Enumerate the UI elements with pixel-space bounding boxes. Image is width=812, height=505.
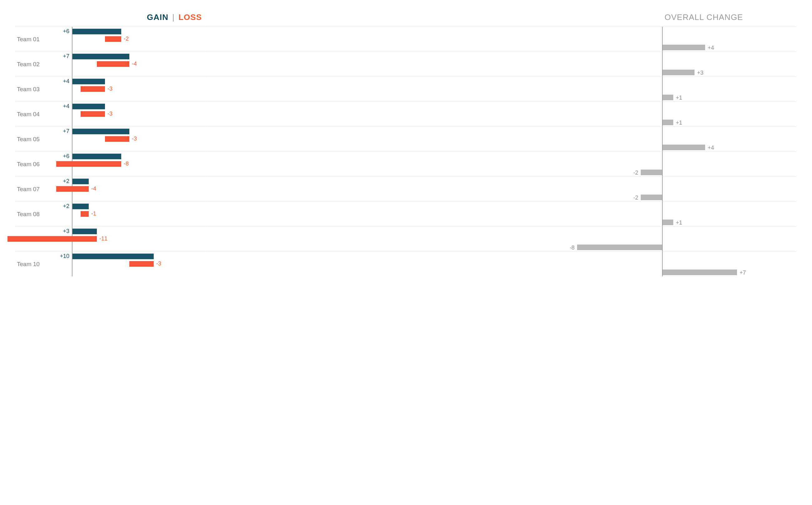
overall-cell: +3 [662,51,796,76]
overall-value: -2 [633,170,638,176]
gain-bar [72,204,89,209]
overall-bar [663,219,673,225]
loss-value: -3 [108,86,113,92]
gain-loss-cell: +4-3 [72,76,206,102]
loss-value: -4 [132,61,137,66]
gap-cell [206,26,662,51]
gain-value: +7 [63,128,69,134]
loss-value: -8 [124,161,129,166]
gain-bar [72,129,129,134]
overall-value: +1 [676,220,682,225]
loss-bar [105,136,129,142]
overall-value: +3 [697,70,703,75]
gain-header-text: GAIN [147,12,168,22]
overall-cell: +1 [662,76,796,102]
header-spacer [16,12,72,26]
gap-cell [206,76,662,102]
gain-loss-cell: +6-8 [72,152,206,176]
loss-value: -3 [108,111,113,117]
overall-cell: +4 [662,127,796,152]
gap-cell [206,201,662,226]
loss-bar [80,111,105,117]
header-overall: OVERALL CHANGE [662,12,796,26]
loss-bar [97,61,129,67]
gap-cell [206,102,662,127]
gap-cell [206,251,662,277]
gain-loss-cell: +2-1 [72,201,206,226]
overall-value: -2 [633,195,638,200]
overall-cell [662,152,796,176]
gain-bar [72,104,105,109]
gain-loss-cell: +7-3 [72,127,206,152]
gain-value: +4 [63,78,69,84]
loss-bar [80,211,89,217]
overall-bar [577,244,662,250]
overall-bar [663,45,705,50]
gain-loss-cell: +7-4 [72,51,206,76]
loss-value: -3 [132,136,137,142]
overall-bar [641,170,662,175]
overall-value: +4 [708,45,714,50]
gain-bar [72,154,121,159]
gain-value: +2 [63,178,69,184]
gap-cell: -2 [206,152,662,176]
header-gap [206,12,662,26]
gain-loss-cell: +2-4 [72,176,206,201]
loss-bar [80,86,105,92]
gain-bar [72,29,121,34]
overall-bar [641,195,662,200]
gap-cell [206,127,662,152]
overall-bar [663,145,705,150]
overall-cell: +4 [662,26,796,51]
gain-bar [72,179,89,184]
loss-value: -1 [91,211,96,216]
header-pipe: | [171,12,176,22]
overall-cell: +1 [662,102,796,127]
overall-cell: +7 [662,251,796,277]
gain-value: +10 [60,253,69,259]
loss-bar [129,261,154,267]
gain-value: +4 [63,104,69,109]
gain-value: +2 [63,203,69,209]
gap-cell: -2 [206,176,662,201]
overall-bar [663,270,737,275]
overall-cell [662,226,796,251]
gain-bar [72,228,97,234]
gain-value: +3 [63,228,69,234]
loss-bar [56,161,121,167]
gain-loss-cell: +10-3 [72,251,206,277]
overall-value: +7 [740,270,746,276]
loss-bar [7,236,97,242]
overall-value: +4 [708,145,714,151]
overall-value: +1 [676,120,682,126]
gap-cell [206,51,662,76]
gain-bar [72,79,105,84]
gain-loss-cell: +4-3 [72,102,206,127]
gain-loss-overall-chart: GAIN | LOSS OVERALL CHANGE Team 01+6-2+4… [16,12,796,277]
overall-bar [663,70,694,75]
overall-bar [663,95,673,100]
header-gain-loss: GAIN | LOSS [72,12,206,26]
gain-value: +6 [63,28,69,34]
gain-value: +6 [63,153,69,159]
loss-value: -4 [91,186,96,191]
loss-bar [105,36,121,42]
overall-cell [662,176,796,201]
gain-loss-cell: +3-11 [72,226,206,251]
loss-header-text: LOSS [178,12,202,22]
gain-bar [72,254,154,259]
gain-loss-cell: +6-2 [72,26,206,51]
loss-value: -3 [156,261,161,267]
overall-value: +1 [676,95,682,101]
gap-cell: -8 [206,226,662,251]
gain-value: +7 [63,53,69,59]
overall-value: -8 [570,245,575,250]
overall-cell: +1 [662,201,796,226]
loss-value: -2 [124,36,129,41]
gain-bar [72,54,129,59]
loss-value: -11 [99,236,108,241]
loss-bar [56,186,89,192]
overall-bar [663,120,673,125]
